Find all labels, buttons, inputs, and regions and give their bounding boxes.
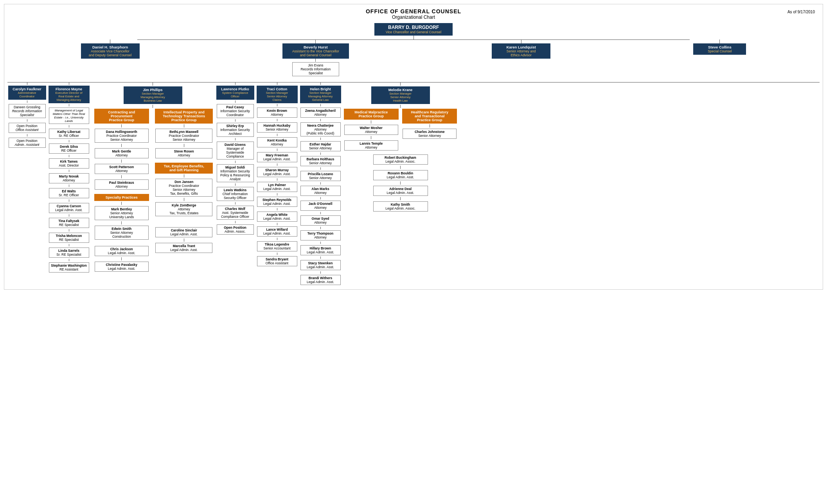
col-bright: Helen Bright Section ManagerManaging Att…	[299, 83, 342, 285]
page-header: OFFICE OF GENERAL COUNSEL Organizational…	[7, 8, 820, 20]
date-label: As of 9/17/2010	[787, 10, 815, 14]
l2-collins: Steve Collins Special Counsel	[693, 43, 746, 55]
col-plutko: Lawrence Plutko System ComplianceOfficer…	[216, 83, 255, 235]
l2-lundquist: Karen Lundquist Senior Attorney andEthic…	[492, 43, 550, 59]
org-subtitle: Organizational Chart	[7, 14, 820, 20]
root-box: BARRY D. BURGDORF Vice Chancellor and Ge…	[374, 23, 453, 36]
col-phillips: Jim Phillips Section ManagerManaging Att…	[91, 83, 214, 272]
org-title: OFFICE OF GENERAL COUNSEL	[7, 8, 820, 14]
root-title: Vice Chancellor and General Counsel	[377, 30, 450, 34]
l2-sharphorn: Daniel H. Sharphorn Associate Vice Chanc…	[81, 43, 140, 59]
root-name: BARRY D. BURGDORF	[377, 25, 450, 30]
jim-evans-box: Jim EvansRecords InformationSpecialist	[292, 62, 339, 76]
col-cotton: Traci Cotton Section ManagerSenior Attor…	[256, 83, 298, 267]
l2-hurst: Beverly Hurst Assistant to the Vice Chan…	[282, 43, 349, 59]
col-faulkner: Carolyn Faulkner AdministrativeCoordinat…	[7, 83, 47, 148]
col-krane: Melodie Krane Section ManagerSenior Atto…	[343, 83, 458, 212]
page: As of 9/17/2010 OFFICE OF GENERAL COUNSE…	[4, 4, 823, 290]
col-mayne: Florence Mayne Executive Director ofReal…	[48, 83, 90, 273]
